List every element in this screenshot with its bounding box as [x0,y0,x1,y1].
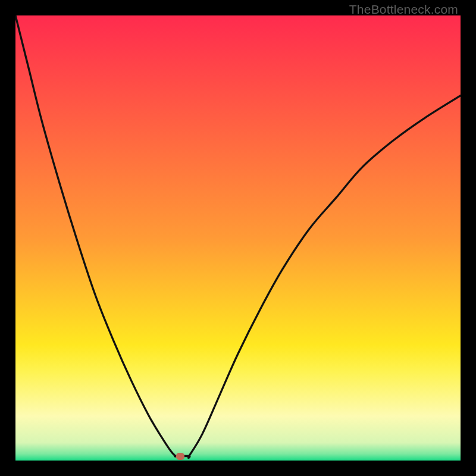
bottleneck-marker [176,453,184,460]
bottleneck-curve [15,15,461,461]
watermark: TheBottleneck.com [349,2,458,17]
chart-frame: TheBottleneck.com [0,0,476,476]
plot-area [15,15,461,461]
